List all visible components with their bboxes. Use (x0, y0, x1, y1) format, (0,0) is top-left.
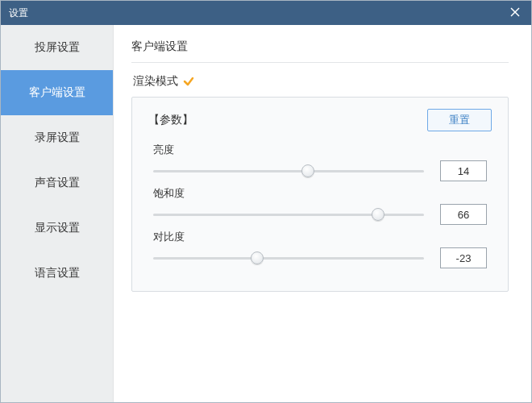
param-row-saturation: 饱和度 66 (148, 186, 492, 225)
sidebar-item-label: 声音设置 (35, 176, 80, 190)
slider-track (153, 257, 424, 260)
sidebar-item-cast[interactable]: 投屏设置 (1, 25, 113, 70)
sidebar-item-display[interactable]: 显示设置 (1, 206, 113, 251)
panel-header: 【参数】 重置 (148, 109, 492, 131)
param-label: 亮度 (153, 143, 487, 157)
sidebar-item-label: 显示设置 (35, 221, 80, 235)
reset-button[interactable]: 重置 (427, 109, 492, 131)
saturation-value-input[interactable]: 66 (440, 204, 487, 225)
check-icon (183, 76, 194, 87)
divider (131, 62, 509, 63)
slider-thumb[interactable] (251, 251, 264, 264)
section-label-text: 渲染模式 (133, 74, 178, 89)
sidebar-item-record[interactable]: 录屏设置 (1, 115, 113, 160)
settings-window: 设置 投屏设置 客户端设置 录屏设置 声音设置 显示设置 语言设置 客户端设置 … (0, 0, 532, 403)
titlebar: 设置 (1, 1, 531, 25)
params-panel: 【参数】 重置 亮度 14 饱和度 (131, 97, 509, 292)
sidebar-item-label: 语言设置 (35, 266, 80, 280)
page-title: 客户端设置 (131, 39, 509, 54)
brightness-slider[interactable] (153, 163, 424, 179)
sidebar-item-language[interactable]: 语言设置 (1, 251, 113, 296)
saturation-slider[interactable] (153, 206, 424, 222)
param-controls: -23 (153, 247, 487, 268)
sidebar: 投屏设置 客户端设置 录屏设置 声音设置 显示设置 语言设置 (1, 25, 114, 402)
slider-track (153, 170, 424, 172)
section-label: 渲染模式 (133, 74, 509, 89)
panel-header-label: 【参数】 (148, 113, 193, 127)
param-row-brightness: 亮度 14 (148, 143, 492, 181)
brightness-value-input[interactable]: 14 (440, 160, 487, 181)
window-title: 设置 (9, 6, 499, 20)
sidebar-item-label: 录屏设置 (35, 131, 80, 145)
param-row-contrast: 对比度 -23 (148, 230, 492, 268)
slider-thumb[interactable] (301, 164, 314, 177)
slider-thumb[interactable] (372, 208, 384, 221)
param-controls: 66 (153, 204, 487, 225)
sidebar-item-label: 投屏设置 (35, 40, 80, 55)
sidebar-item-sound[interactable]: 声音设置 (1, 160, 113, 206)
close-icon (510, 7, 520, 19)
sidebar-item-client[interactable]: 客户端设置 (1, 70, 113, 115)
close-button[interactable] (499, 1, 531, 25)
contrast-value-input[interactable]: -23 (440, 247, 487, 268)
contrast-slider[interactable] (153, 250, 424, 266)
sidebar-item-label: 客户端设置 (29, 85, 85, 100)
window-body: 投屏设置 客户端设置 录屏设置 声音设置 显示设置 语言设置 客户端设置 渲染模… (1, 25, 531, 402)
param-label: 对比度 (153, 230, 487, 244)
main-content: 客户端设置 渲染模式 【参数】 重置 亮度 (114, 25, 531, 402)
param-label: 饱和度 (153, 186, 487, 201)
param-controls: 14 (153, 160, 487, 181)
